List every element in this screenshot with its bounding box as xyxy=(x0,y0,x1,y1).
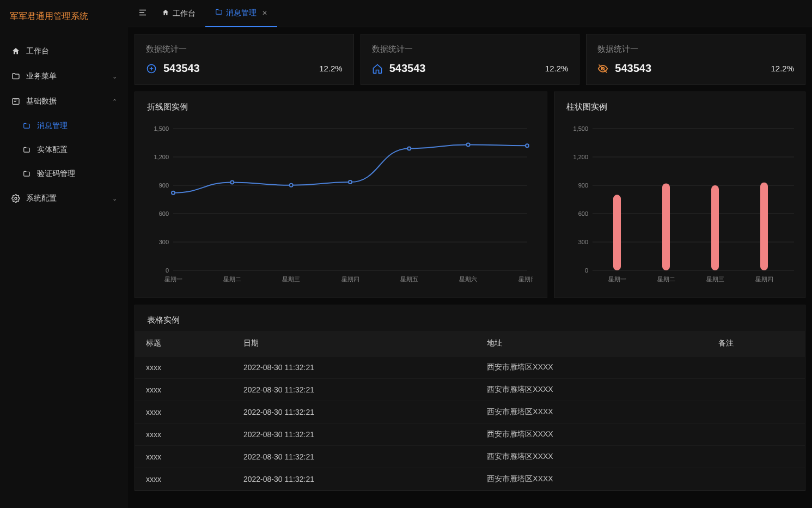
table-cell: 西安市雁塔区XXXX xyxy=(476,401,707,424)
chevron-down-icon: ⌄ xyxy=(112,195,117,202)
svg-text:900: 900 xyxy=(159,182,169,189)
eye-off-icon xyxy=(597,63,608,74)
table-cell: xxxx xyxy=(135,424,233,446)
table-cell: 2022-08-30 11:32:21 xyxy=(233,446,476,468)
svg-text:900: 900 xyxy=(578,182,588,189)
sidebar-menu: 工作台 业务菜单 ⌄ 基础数据 ⌃ 消息管理 xyxy=(0,33,128,216)
table-row[interactable]: xxxx2022-08-30 11:32:21西安市雁塔区XXXX xyxy=(135,379,805,401)
topbar: 工作台 消息管理 ✕ xyxy=(128,0,812,27)
sidebar-item-basedata[interactable]: 基础数据 ⌃ xyxy=(0,89,128,114)
panel-title: 柱状图实例 xyxy=(554,92,805,118)
home-icon xyxy=(11,47,21,56)
svg-rect-45 xyxy=(662,184,670,270)
svg-point-1 xyxy=(15,197,17,199)
sidebar-item-label: 系统配置 xyxy=(26,193,57,203)
sidebar-item-label: 验证码管理 xyxy=(37,169,75,179)
svg-point-25 xyxy=(290,184,293,187)
table-row[interactable]: xxxx2022-08-30 11:32:21西安市雁塔区XXXX xyxy=(135,401,805,424)
svg-text:星期六: 星期六 xyxy=(459,276,477,282)
svg-text:1,200: 1,200 xyxy=(154,154,169,160)
svg-rect-43 xyxy=(613,195,621,270)
table-header: 日期 xyxy=(233,331,476,356)
table-cell: 西安市雁塔区XXXX xyxy=(476,468,707,491)
line-chart-panel: 折线图实例 03006009001,2001,500星期一星期二星期三星期四星期… xyxy=(135,92,547,298)
charts-row: 折线图实例 03006009001,2001,500星期一星期二星期三星期四星期… xyxy=(135,92,805,298)
sidebar-item-captcha[interactable]: 验证码管理 xyxy=(0,162,128,186)
svg-text:1,200: 1,200 xyxy=(573,154,588,160)
table-header: 备注 xyxy=(707,331,805,356)
table-cell xyxy=(707,401,805,424)
svg-text:星期四: 星期四 xyxy=(755,276,773,282)
stat-card-2: 数据统计一 543543 12.2% xyxy=(361,34,580,85)
stat-value: 543543 xyxy=(615,62,651,75)
table-cell: xxxx xyxy=(135,356,233,379)
sidebar-item-label: 工作台 xyxy=(26,46,49,56)
svg-text:星期一: 星期一 xyxy=(608,276,626,282)
svg-text:星期四: 星期四 xyxy=(341,276,359,282)
table-cell xyxy=(707,356,805,379)
table-row[interactable]: xxxx2022-08-30 11:32:21西安市雁塔区XXXX xyxy=(135,356,805,379)
svg-text:300: 300 xyxy=(578,239,588,245)
svg-text:星期二: 星期二 xyxy=(223,276,241,282)
plus-circle-icon xyxy=(146,63,157,74)
sidebar-item-message[interactable]: 消息管理 xyxy=(0,114,128,138)
sidebar-item-sysconfig[interactable]: 系统配置 ⌄ xyxy=(0,186,128,211)
svg-text:0: 0 xyxy=(166,267,169,274)
tab-message[interactable]: 消息管理 ✕ xyxy=(205,0,277,27)
svg-text:600: 600 xyxy=(578,210,588,217)
svg-text:星期日: 星期日 xyxy=(518,276,533,282)
close-icon[interactable]: ✕ xyxy=(262,9,267,17)
tab-dashboard[interactable]: 工作台 xyxy=(152,0,205,27)
svg-point-23 xyxy=(172,191,175,195)
stat-value: 543543 xyxy=(163,62,200,75)
svg-text:星期一: 星期一 xyxy=(164,276,182,282)
table-cell xyxy=(707,446,805,468)
table-header: 地址 xyxy=(476,331,707,356)
table-cell: 西安市雁塔区XXXX xyxy=(476,356,707,379)
table-cell: xxxx xyxy=(135,446,233,468)
stat-percent: 12.2% xyxy=(545,64,569,73)
chevron-up-icon: ⌃ xyxy=(112,98,117,105)
table-cell: 西安市雁塔区XXXX xyxy=(476,379,707,401)
content-area: 数据统计一 543543 12.2% 数据统计一 xyxy=(128,27,812,508)
tab-label: 消息管理 xyxy=(226,8,257,18)
table-cell: 2022-08-30 11:32:21 xyxy=(233,379,476,401)
stat-percent: 12.2% xyxy=(771,64,794,73)
table-row[interactable]: xxxx2022-08-30 11:32:21西安市雁塔区XXXX xyxy=(135,424,805,446)
table-row[interactable]: xxxx2022-08-30 11:32:21西安市雁塔区XXXX xyxy=(135,468,805,491)
folder-icon xyxy=(22,122,32,130)
table-cell: 2022-08-30 11:32:21 xyxy=(233,401,476,424)
sidebar-item-label: 业务菜单 xyxy=(26,71,57,81)
sidebar-item-business[interactable]: 业务菜单 ⌄ xyxy=(0,64,128,89)
stat-title: 数据统计一 xyxy=(597,44,794,55)
sidebar-item-dashboard[interactable]: 工作台 xyxy=(0,39,128,64)
folder-icon xyxy=(22,170,32,178)
svg-rect-49 xyxy=(760,183,768,270)
svg-text:1,500: 1,500 xyxy=(154,125,169,132)
sidebar-toggle-button[interactable] xyxy=(133,4,152,23)
main-content: 工作台 消息管理 ✕ 数据统计一 xyxy=(128,0,812,508)
home-icon xyxy=(162,9,169,18)
folder-icon xyxy=(215,8,223,17)
sidebar-item-entity[interactable]: 实体配置 xyxy=(0,138,128,162)
home-outline-icon xyxy=(372,63,383,74)
table-cell: xxxx xyxy=(135,401,233,424)
table-row[interactable]: xxxx2022-08-30 11:32:21西安市雁塔区XXXX xyxy=(135,446,805,468)
table-cell: 西安市雁塔区XXXX xyxy=(476,424,707,446)
stat-value: 543543 xyxy=(389,62,426,75)
svg-text:300: 300 xyxy=(159,239,169,245)
sidebar-item-label: 实体配置 xyxy=(37,145,68,155)
table-cell: 西安市雁塔区XXXX xyxy=(476,446,707,468)
svg-text:星期三: 星期三 xyxy=(706,276,724,282)
svg-point-29 xyxy=(526,144,529,147)
svg-rect-47 xyxy=(711,185,719,270)
sidebar-item-label: 基础数据 xyxy=(26,96,57,106)
chevron-down-icon: ⌄ xyxy=(112,73,117,80)
gear-icon xyxy=(11,194,21,203)
svg-point-27 xyxy=(407,147,411,150)
svg-point-24 xyxy=(230,180,234,184)
panel-title: 表格实例 xyxy=(135,305,805,331)
table-cell: 2022-08-30 11:32:21 xyxy=(233,424,476,446)
app-title: 军军君通用管理系统 xyxy=(0,0,128,33)
panel-title: 折线图实例 xyxy=(135,92,547,118)
